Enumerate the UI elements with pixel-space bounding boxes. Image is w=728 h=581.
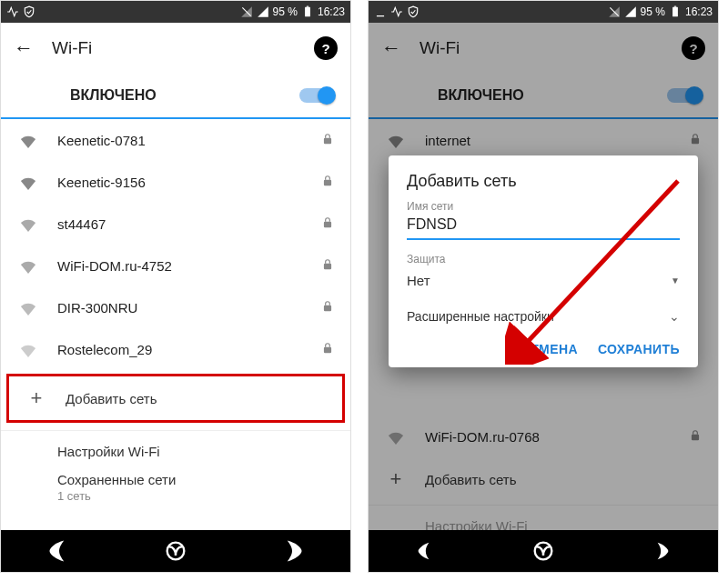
network-row[interactable]: Keenetic-0781 [1, 119, 350, 161]
security-label: Защита [407, 253, 680, 265]
network-name-input[interactable] [407, 213, 680, 240]
clock-text: 16:23 [685, 5, 713, 18]
security-dropdown[interactable]: Нет ▼ [407, 265, 680, 296]
svg-rect-3 [324, 137, 331, 143]
plus-icon: + [25, 386, 47, 410]
svg-rect-6 [324, 263, 331, 268]
no-sim-icon [240, 5, 253, 18]
download-icon [374, 5, 387, 18]
battery-text: 95 % [273, 5, 298, 18]
wifi-icon [17, 132, 39, 148]
save-button[interactable]: СОХРАНИТЬ [598, 342, 680, 356]
svg-rect-12 [674, 6, 676, 7]
battery-text: 95 % [641, 5, 665, 18]
advanced-label: Расширенные настройки [407, 309, 554, 324]
network-list: Keenetic-0781 Keenetic-9156 st44467 WiFi… [1, 119, 350, 530]
battery-icon [669, 5, 682, 18]
wifi-icon [17, 341, 39, 357]
lock-icon [321, 299, 334, 316]
no-sim-icon [608, 5, 621, 18]
cancel-button[interactable]: ОТМЕНА [521, 342, 578, 356]
navbar [369, 530, 718, 572]
appbar: ← Wi-Fi ? [1, 23, 350, 74]
wifi-icon [17, 174, 39, 190]
svg-rect-2 [307, 6, 308, 7]
nav-recent-icon[interactable] [279, 538, 305, 564]
network-name: WiFi-DOM.ru-4752 [57, 258, 303, 274]
divider [1, 430, 350, 431]
back-icon[interactable]: ← [14, 36, 34, 60]
lock-icon [321, 341, 334, 358]
network-name-label: Имя сети [407, 200, 680, 213]
wifi-icon [17, 215, 39, 232]
lock-icon [321, 132, 334, 149]
battery-icon [301, 5, 314, 18]
wifi-switch[interactable] [299, 88, 334, 103]
navbar [1, 530, 350, 572]
phone-right: 95 % 16:23 ← Wi-Fi ? ВКЛЮЧЕНО internet W… [368, 0, 719, 573]
network-row[interactable]: DIR-300NRU [1, 286, 350, 328]
network-name: Keenetic-0781 [57, 133, 303, 148]
activity-icon [390, 5, 403, 18]
lock-icon [321, 215, 334, 233]
wifi-toggle-row[interactable]: ВКЛЮЧЕНО [1, 74, 350, 119]
add-network-label: Добавить сеть [66, 391, 157, 406]
network-name: Rostelecom_29 [57, 342, 303, 357]
chevron-down-icon: ⌄ [669, 309, 680, 324]
nav-home-icon[interactable] [531, 538, 556, 564]
page-title: Wi-Fi [52, 38, 296, 58]
nav-back-icon[interactable] [46, 538, 72, 564]
svg-rect-5 [324, 221, 331, 226]
svg-rect-11 [672, 7, 678, 17]
network-name: DIR-300NRU [57, 300, 303, 316]
svg-rect-8 [324, 346, 331, 352]
security-value: Нет [407, 273, 430, 288]
nav-back-icon[interactable] [414, 538, 440, 564]
enabled-label: ВКЛЮЧЕНО [70, 87, 157, 104]
network-name: st44467 [57, 216, 303, 232]
dialog-title: Добавить сеть [407, 172, 680, 191]
phone-left: 95 % 16:23 ← Wi-Fi ? ВКЛЮЧЕНО Keenetic-0… [0, 0, 351, 573]
signal-icon [624, 5, 637, 18]
activity-icon [6, 5, 19, 18]
shield-icon [23, 5, 35, 18]
svg-rect-7 [324, 305, 331, 310]
network-row[interactable]: Keenetic-9156 [1, 161, 350, 203]
network-row[interactable]: Rostelecom_29 [1, 328, 350, 370]
network-row[interactable]: st44467 [1, 203, 350, 245]
nav-recent-icon[interactable] [647, 538, 672, 564]
add-network-dialog: Добавить сеть Имя сети Защита Нет ▼ Расш… [389, 155, 698, 367]
svg-rect-1 [305, 7, 310, 17]
wifi-icon [17, 299, 39, 316]
status-bar: 95 % 16:23 [369, 1, 718, 23]
lock-icon [321, 257, 334, 275]
dropdown-icon: ▼ [671, 275, 680, 285]
advanced-settings-row[interactable]: Расширенные настройки ⌄ [407, 296, 680, 333]
nav-home-icon[interactable] [163, 538, 188, 564]
status-bar: 95 % 16:23 [1, 1, 350, 23]
saved-networks-row[interactable]: Сохраненные сети [1, 463, 350, 489]
add-network-row[interactable]: + Добавить сеть [9, 376, 342, 420]
network-name: Keenetic-9156 [57, 175, 303, 190]
wifi-settings-row[interactable]: Настройки Wi-Fi [1, 435, 350, 463]
svg-rect-4 [324, 179, 331, 185]
lock-icon [321, 174, 334, 191]
wifi-icon [17, 257, 39, 274]
shield-icon [407, 5, 420, 18]
clock-text: 16:23 [318, 5, 345, 18]
saved-networks-count: 1 сеть [1, 489, 350, 512]
signal-icon [257, 5, 269, 18]
annotation-highlight: + Добавить сеть [6, 374, 345, 423]
network-row[interactable]: WiFi-DOM.ru-4752 [1, 245, 350, 286]
help-icon[interactable]: ? [314, 36, 338, 60]
